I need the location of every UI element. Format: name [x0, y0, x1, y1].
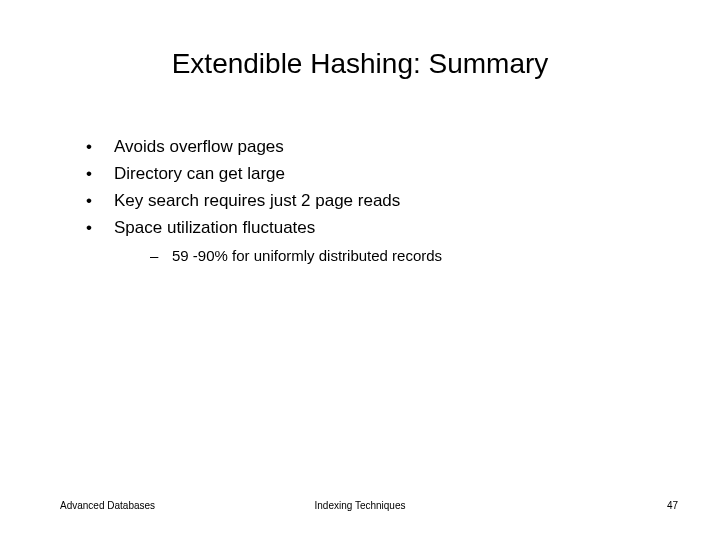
bullet-item: Avoids overflow pages: [86, 136, 660, 159]
slide-title: Extendible Hashing: Summary: [0, 48, 720, 80]
footer-center: Indexing Techniques: [0, 500, 720, 511]
sub-bullet-item: 59 -90% for uniformly distributed record…: [150, 246, 660, 266]
bullet-text: Space utilization fluctuates: [114, 218, 315, 237]
bullet-item: Key search requires just 2 page reads: [86, 190, 660, 213]
sub-bullet-list: 59 -90% for uniformly distributed record…: [114, 246, 660, 266]
slide-footer: Advanced Databases Indexing Techniques 4…: [0, 500, 720, 516]
sub-bullet-text: 59 -90% for uniformly distributed record…: [172, 247, 442, 264]
bullet-text: Directory can get large: [114, 164, 285, 183]
bullet-text: Avoids overflow pages: [114, 137, 284, 156]
slide-content: Avoids overflow pages Directory can get …: [86, 136, 660, 270]
bullet-item: Directory can get large: [86, 163, 660, 186]
bullet-text: Key search requires just 2 page reads: [114, 191, 400, 210]
slide: Extendible Hashing: Summary Avoids overf…: [0, 0, 720, 540]
bullet-item: Space utilization fluctuates 59 -90% for…: [86, 217, 660, 266]
bullet-list: Avoids overflow pages Directory can get …: [86, 136, 660, 266]
footer-page-number: 47: [667, 500, 678, 511]
